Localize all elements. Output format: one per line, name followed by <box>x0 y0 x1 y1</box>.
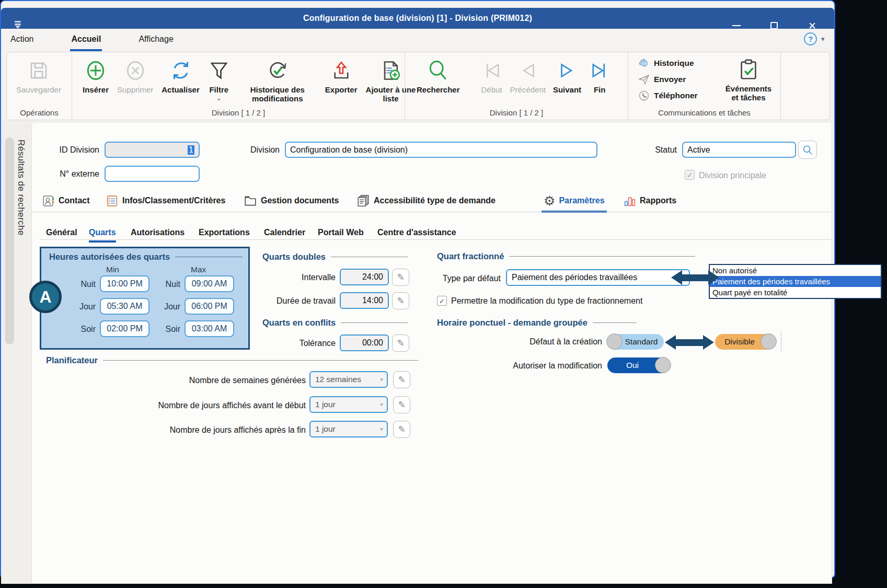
id-division-field[interactable]: 1 <box>105 142 200 158</box>
statut-label: Statut <box>627 145 677 155</box>
history-button[interactable]: Historique <box>638 56 698 70</box>
insert-icon <box>84 57 107 84</box>
jours-avant-debut-edit-button[interactable]: ✎ <box>393 396 410 413</box>
toggle-standard[interactable]: Standard <box>607 334 664 350</box>
subtab-autorisations[interactable]: Autorisations <box>131 226 185 239</box>
annotation-arrow-toggle <box>665 335 714 350</box>
export-icon <box>330 57 352 84</box>
maximize-button[interactable] <box>765 18 783 33</box>
no-externe-field[interactable] <box>105 166 200 182</box>
ribbon-caption: Division [ 1 / 2 ] <box>405 108 628 117</box>
send-button[interactable]: Envoyer <box>638 73 698 86</box>
tolerance-edit-button[interactable]: ✎ <box>392 335 409 352</box>
chevron-down-icon: ▾ <box>380 401 383 408</box>
subtab-exportations[interactable]: Exportations <box>199 226 250 239</box>
phone-button[interactable]: Téléphoner <box>638 89 698 102</box>
division-label: Division <box>225 145 280 155</box>
ribbon-caption: Division [ 1 / 2 ] <box>72 108 405 117</box>
tab-rapports[interactable]: Rapports <box>623 192 676 209</box>
toggle-knob <box>606 333 623 350</box>
menu-affichage[interactable]: Affichage <box>133 31 178 50</box>
ribbon-group-division-nav: Rechercher Début Précédent <box>405 52 628 120</box>
toggle-oui[interactable]: Oui <box>607 358 670 373</box>
search-results-tab[interactable]: Résultats de recherche <box>16 140 26 236</box>
save-button[interactable]: Sauvegarder <box>16 56 61 94</box>
pencil-icon: ✎ <box>397 272 404 283</box>
statut-lookup-button[interactable] <box>798 141 817 159</box>
subtab-general[interactable]: Général <box>46 226 77 239</box>
menu-action[interactable]: Action <box>5 31 39 50</box>
duree-travail-edit-button[interactable]: ✎ <box>392 292 409 309</box>
tab-gestion-documents[interactable]: Gestion documents <box>244 192 339 209</box>
subtabs-divider <box>39 239 831 240</box>
paper-plane-icon <box>638 73 650 86</box>
export-button[interactable]: Exporter <box>325 56 358 94</box>
panel-grip[interactable] <box>5 137 14 344</box>
events-tasks-button[interactable]: Événements et tâches <box>721 55 776 102</box>
statut-field[interactable]: Active <box>682 142 796 158</box>
intervalle-field[interactable]: 24:00 <box>340 269 389 285</box>
subtab-quarts[interactable]: Quarts <box>89 226 116 239</box>
insert-button[interactable]: Insérer <box>83 56 109 94</box>
filter-button[interactable]: Filtre ⌄ <box>208 56 230 102</box>
type-par-defaut-label: Type par défaut <box>429 274 501 283</box>
menu-accueil[interactable]: Accueil <box>66 31 106 50</box>
jours-apres-fin-combo[interactable]: 1 jour▾ <box>309 421 388 437</box>
save-icon <box>28 57 50 84</box>
title-bar: Configuration de base (division) [1] - D… <box>1 8 834 29</box>
help-icon[interactable]: ? <box>804 32 817 45</box>
duree-travail-field[interactable]: 14:00 <box>340 292 389 309</box>
previous-button[interactable]: Précédent <box>510 56 546 94</box>
close-button[interactable]: ✕ <box>803 18 821 33</box>
defaut-creation-label: Défaut à la création <box>491 337 602 347</box>
autoriser-modification-label: Autoriser la modification <box>481 361 602 371</box>
intervalle-edit-button[interactable]: ✎ <box>392 269 409 286</box>
tolerance-field[interactable]: 00:00 <box>340 335 389 351</box>
jours-avant-debut-combo[interactable]: 1 jour▾ <box>309 396 388 413</box>
delete-button[interactable]: Supprimer <box>117 56 153 94</box>
jour-max-field[interactable]: 06:00 PM <box>185 298 234 315</box>
dropdown-item-non-autorise[interactable]: Non autorisé <box>710 265 881 276</box>
ribbon-group-division-edit: Insérer Supprimer Actualiser <box>72 52 405 120</box>
dropdown-item-paiement-periodes[interactable]: Paiement des périodes travaillées <box>710 276 881 287</box>
tab-parametres[interactable]: ⚙ Paramètres <box>544 192 605 209</box>
content-panel <box>31 122 832 584</box>
horaire-ponctuel-title: Horaire ponctuel - demande groupée <box>437 318 637 328</box>
subtab-centre-assistance[interactable]: Centre d'assistance <box>377 226 456 239</box>
tab-infos-classement-criteres[interactable]: Infos/Classement/Critères <box>106 192 225 209</box>
semaines-generees-combo[interactable]: 12 semaines▾ <box>309 371 388 388</box>
semaines-generees-edit-button[interactable]: ✎ <box>393 371 410 388</box>
division-field[interactable]: Configuration de base (division) <box>285 142 597 158</box>
next-button[interactable]: Suivant <box>553 56 581 94</box>
add-to-list-icon <box>379 57 402 84</box>
min-header: Min <box>100 265 149 274</box>
dropdown-item-quart-paye[interactable]: Quart payé en totalité <box>710 287 881 298</box>
nuit-max-field[interactable]: 09:00 AM <box>185 275 234 292</box>
permettre-modification-checkbox[interactable]: ✓ <box>437 296 447 306</box>
soir-max-field[interactable]: 03:00 AM <box>185 320 234 337</box>
toggle-knob <box>761 333 777 350</box>
history-check-icon <box>266 57 289 84</box>
toggle-divisible[interactable]: Divisible <box>715 334 776 350</box>
type-par-defaut-combo[interactable]: Paiement des périodes travaillées <box>506 269 690 286</box>
refresh-button[interactable]: Actualiser <box>162 56 200 94</box>
menu-bar: Action Accueil Affichage <box>5 31 179 50</box>
subtab-portail-web[interactable]: Portail Web <box>318 226 364 239</box>
gear-icon: ⚙ <box>544 193 555 209</box>
clipboard-check-icon <box>736 56 761 83</box>
ribbon-caption: Opérations <box>7 108 72 117</box>
first-button[interactable]: Début <box>481 56 503 94</box>
jours-apres-fin-edit-button[interactable]: ✎ <box>393 421 410 438</box>
annotation-arrow-dropdown <box>671 270 719 285</box>
tab-accessibilite-type-demande[interactable]: Accessibilité type de demande <box>356 192 496 209</box>
change-history-button[interactable]: Historique des modifications <box>238 56 317 103</box>
chevron-down-icon[interactable]: ▾ <box>821 35 825 43</box>
tab-contact[interactable]: Contact <box>42 192 90 209</box>
division-principale-checkbox[interactable]: ✓ <box>685 170 695 180</box>
last-button[interactable]: Fin <box>589 56 610 94</box>
divider-dashed <box>781 332 781 351</box>
minimize-button[interactable] <box>728 18 745 33</box>
no-externe-label: N° externe <box>31 169 99 179</box>
search-button[interactable]: Rechercher <box>417 56 460 94</box>
subtab-calendrier[interactable]: Calendrier <box>264 226 305 239</box>
